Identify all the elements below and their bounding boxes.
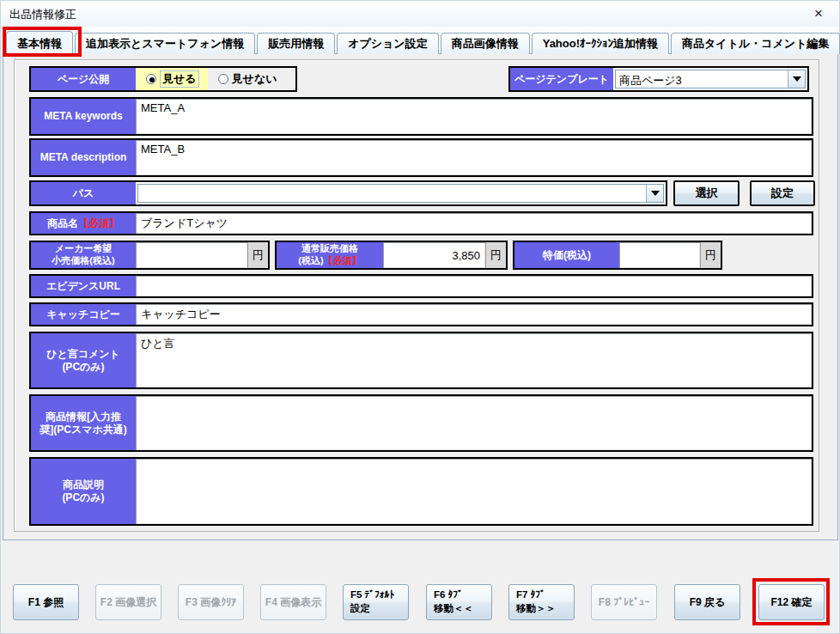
f9-back-button[interactable]: F9 戻る xyxy=(674,584,740,620)
tab-title-comment-edit[interactable]: 商品タイトル・コメント編集 xyxy=(671,33,840,54)
meta-keywords-row: META keywords META_A xyxy=(29,97,813,136)
normal-price-input[interactable] xyxy=(384,243,484,267)
one-word-comment-field-frame: ひと言 xyxy=(136,333,812,387)
special-price-unit-yen: 円 xyxy=(700,242,721,268)
meta-description-row: META description META_B xyxy=(29,138,813,177)
radio-option-show[interactable]: 見せる xyxy=(136,68,208,90)
tab-product-image-info[interactable]: 商品画像情報 xyxy=(441,33,530,54)
one-word-comment-row: ひと言コメント(PCのみ) ひと言 xyxy=(29,332,813,389)
product-name-row: 商品名【必須】 xyxy=(29,211,813,235)
radio-unselected-icon[interactable] xyxy=(218,74,228,84)
product-info-label: 商品情報[入力推奨](PCスマホ共通) xyxy=(31,396,136,450)
tab-option-settings[interactable]: オプション設定 xyxy=(337,33,439,54)
msrp-group: メーカー希望小売価格(税込) 円 xyxy=(29,241,270,270)
page-publish-options: 見せる 見せない xyxy=(136,68,295,90)
path-value xyxy=(138,185,646,202)
product-name-label: 商品名【必須】 xyxy=(31,213,136,234)
listing-edit-window: 出品情報修正 × 基本情報 追加表示とスマートフォン情報 販売用情報 オプション… xyxy=(0,0,840,634)
f8-preview-button[interactable]: F8 ﾌﾟﾚﾋﾞｭｰ xyxy=(591,584,657,620)
evidence-url-input[interactable] xyxy=(137,277,811,296)
special-price-group: 特価(税込) 円 xyxy=(513,241,722,270)
path-label: パス xyxy=(31,182,136,204)
normal-price-unit-yen: 円 xyxy=(485,242,506,268)
f1-browse-button[interactable]: F1 参照 xyxy=(13,584,79,620)
radio-hide-label: 見せない xyxy=(232,71,277,87)
evidence-url-field-frame xyxy=(136,276,812,296)
f2-image-select-button[interactable]: F2 画像選択 xyxy=(95,584,161,620)
meta-keywords-field-frame: META_A xyxy=(136,99,812,134)
product-description-field-frame xyxy=(136,459,812,524)
tab-yahoo-auction-info[interactable]: Yahoo!ｵｰｸｼｮﾝ追加情報 xyxy=(532,33,669,54)
path-select-button[interactable]: 選択 xyxy=(673,180,740,206)
msrp-unit-yen: 円 xyxy=(247,242,268,268)
product-name-input[interactable] xyxy=(137,214,811,233)
product-info-input[interactable] xyxy=(137,397,811,449)
tab-page-basic-info: ページ公開 見せる 見せない ページテンプレート 商品ページ3 M xyxy=(3,53,838,540)
product-name-field-frame xyxy=(136,213,812,234)
meta-keywords-label: META keywords xyxy=(31,99,136,134)
meta-keywords-input[interactable]: META_A xyxy=(137,100,811,133)
evidence-url-row: エビデンスURL xyxy=(29,274,813,298)
window-title: 出品情報修正 xyxy=(9,7,76,22)
f12-confirm-button[interactable]: F12 確定 xyxy=(758,584,825,620)
tab-bar: 基本情報 追加表示とスマートフォン情報 販売用情報 オプション設定 商品画像情報… xyxy=(6,31,840,54)
tab-additional-smartphone-info[interactable]: 追加表示とスマートフォン情報 xyxy=(75,33,255,54)
chevron-down-icon[interactable] xyxy=(646,185,663,202)
product-description-label: 商品説明(PCのみ) xyxy=(31,459,136,524)
f6-tab-move-prev-button[interactable]: F6 ﾀﾌﾞ 移動＜＜ xyxy=(426,584,492,620)
normal-price-field-frame xyxy=(383,242,485,268)
catch-copy-input[interactable] xyxy=(137,305,811,324)
path-combobox[interactable] xyxy=(137,184,664,203)
f7-tab-move-next-button[interactable]: F7 ﾀﾌﾞ 移動＞＞ xyxy=(508,584,575,620)
radio-option-hide[interactable]: 見せない xyxy=(208,68,286,90)
msrp-label: メーカー希望小売価格(税込) xyxy=(31,242,136,268)
required-badge: 【必須】 xyxy=(324,255,362,265)
meta-description-field-frame: META_B xyxy=(136,140,812,175)
msrp-input[interactable] xyxy=(137,243,247,267)
catch-copy-label: キャッチコピー xyxy=(31,304,136,325)
product-description-input[interactable] xyxy=(137,460,811,523)
f5-default-settings-button[interactable]: F5 ﾃﾞﾌｫﾙﾄ 設定 xyxy=(343,584,409,620)
radio-show-label: 見せる xyxy=(160,70,199,88)
one-word-comment-input[interactable]: ひと言 xyxy=(137,334,811,387)
normal-price-group: 通常販売価格 (税込)【必須】 円 xyxy=(275,241,508,270)
required-badge: 【必須】 xyxy=(78,217,119,229)
special-price-label: 特価(税込) xyxy=(514,242,619,268)
path-row: パス xyxy=(29,180,667,206)
one-word-comment-label: ひと言コメント(PCのみ) xyxy=(31,333,136,387)
special-price-input[interactable] xyxy=(620,243,699,267)
evidence-url-label: エビデンスURL xyxy=(31,276,136,296)
meta-description-label: META description xyxy=(31,140,136,175)
tab-sales-info[interactable]: 販売用情報 xyxy=(257,33,335,54)
product-description-row: 商品説明(PCのみ) xyxy=(29,457,813,526)
page-template-label: ページテンプレート xyxy=(510,68,613,90)
normal-price-label: 通常販売価格 (税込)【必須】 xyxy=(277,242,383,268)
close-icon[interactable]: × xyxy=(808,4,829,23)
meta-description-input[interactable]: META_B xyxy=(137,141,811,174)
radio-selected-icon[interactable] xyxy=(146,74,156,84)
chevron-down-icon[interactable] xyxy=(788,70,805,88)
msrp-field-frame xyxy=(136,242,247,268)
product-info-row: 商品情報[入力推奨](PCスマホ共通) xyxy=(29,394,813,452)
tab-basic-info[interactable]: 基本情報 xyxy=(6,31,73,54)
page-publish-row: ページ公開 見せる 見せない xyxy=(29,66,297,92)
f3-image-clear-button[interactable]: F3 画像ｸﾘｱ xyxy=(178,584,244,620)
catch-copy-row: キャッチコピー xyxy=(29,302,813,326)
page-publish-label: ページ公開 xyxy=(31,68,136,90)
page-template-combobox[interactable]: 商品ページ3 xyxy=(615,70,806,88)
title-bar: 出品情報修正 × xyxy=(1,1,839,27)
path-set-button[interactable]: 設定 xyxy=(750,180,815,206)
product-info-field-frame xyxy=(136,396,812,450)
f4-image-show-button[interactable]: F4 画像表示 xyxy=(260,584,326,620)
page-template-value: 商品ページ3 xyxy=(616,70,788,88)
page-template-row: ページテンプレート 商品ページ3 xyxy=(508,66,809,92)
catch-copy-field-frame xyxy=(136,304,812,325)
special-price-field-frame xyxy=(619,242,700,268)
